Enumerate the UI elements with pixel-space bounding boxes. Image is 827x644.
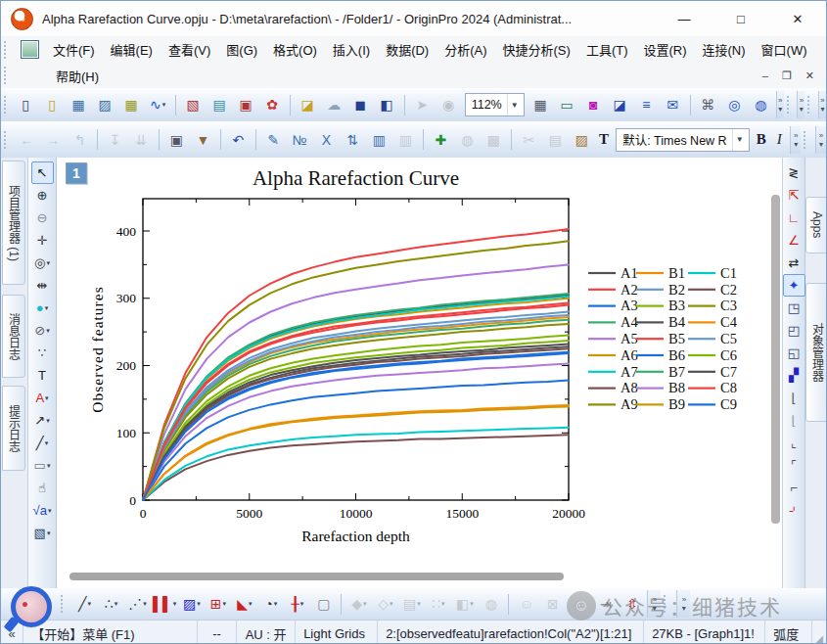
3d-bars-dropdown-icon[interactable]: ▾ (417, 600, 421, 608)
mask-region-tool-dropdown-icon[interactable]: ▾ (45, 304, 49, 312)
data-selector-tool-button[interactable]: ⇹ (31, 274, 54, 297)
line-symbol-plot-dropdown-icon[interactable]: ▾ (143, 600, 147, 608)
font-combobox[interactable]: 默认: Times New R ▼ (616, 128, 750, 152)
toolbar-grip[interactable] (61, 595, 68, 613)
zoom-in-tool-button[interactable]: ⊕ (31, 184, 54, 207)
annotation-tool-button[interactable]: A▾ (31, 387, 54, 409)
tab-messages-log[interactable]: 消息日志 (2, 295, 25, 378)
resize-layer-button[interactable]: ⇳ (620, 592, 644, 617)
child-restore-button[interactable]: ❐ (782, 69, 792, 82)
vertical-scrollbar[interactable] (771, 195, 780, 524)
horizontal-scrollbar[interactable] (69, 573, 564, 580)
rectangle-tool-dropdown-icon[interactable]: ▾ (47, 462, 51, 470)
column-plot-dropdown-icon[interactable]: ▾ (173, 600, 177, 608)
toolbar-grip[interactable] (4, 96, 9, 114)
save-project-button[interactable]: ◼ (348, 93, 373, 117)
bold-button[interactable]: B (753, 128, 770, 151)
layer-scale-6-button[interactable]: ⌏ (783, 499, 805, 522)
menu-item-s[interactable]: 快捷分析(S) (495, 36, 578, 63)
tab-project-explorer[interactable]: 项目管理器 (1) (2, 161, 25, 285)
merge-graphs-button[interactable]: ▞ (783, 364, 805, 387)
font-dropdown-icon[interactable]: ▼ (732, 129, 747, 151)
zoom-scale-button[interactable]: ≷ (783, 161, 805, 184)
send-graph-button[interactable]: ✉ (661, 93, 685, 117)
stock-plot-button[interactable]: ╂▾ (285, 592, 309, 617)
toolbar-grip[interactable] (664, 595, 670, 613)
merge-layers-button[interactable]: ◱ (783, 342, 805, 364)
undo-button[interactable]: ↶ (226, 127, 251, 152)
new-workbook-button[interactable]: ▦ (67, 93, 91, 117)
minimize-button[interactable]: — (656, 1, 712, 36)
child-minimize-button[interactable]: – (762, 69, 768, 82)
layer-scale-5-button[interactable]: ⌐ (783, 477, 805, 499)
insert-column-button[interactable]: ▥ (367, 127, 391, 152)
format-layers-button[interactable]: ≡ (634, 93, 659, 117)
duplicate-window-button[interactable]: ▣ (164, 127, 189, 152)
3d-wireframe-dropdown-icon[interactable]: ▾ (390, 600, 393, 608)
back-button[interactable]: ← (15, 127, 39, 152)
layer-scale-4-button[interactable]: ⌜ (783, 454, 805, 477)
template-library-dropdown-icon[interactable]: ▾ (197, 600, 201, 608)
tab-hints-log[interactable]: 提示日志 (2, 386, 25, 471)
zoom-level-combobox[interactable]: 112% ▼ (465, 93, 525, 116)
toolbar-overflow-chevron[interactable]: »▾ (818, 91, 826, 118)
project-explorer-button[interactable]: ⌘ (696, 93, 720, 117)
data-reader-tool-dropdown-icon[interactable]: ▾ (46, 259, 50, 267)
stock-plot-dropdown-icon[interactable]: ▾ (300, 600, 304, 608)
box-chart-button[interactable]: ⊞▾ (206, 592, 230, 617)
new-3d-graph-button[interactable]: ▣ (234, 93, 258, 117)
extract-to-graphs-button[interactable]: ◰ (783, 319, 805, 342)
new-notes-button[interactable]: ▤ (207, 93, 232, 117)
new-matrix-button[interactable]: ▦ (119, 93, 144, 117)
menu-item-f[interactable]: 文件(F) (45, 36, 103, 63)
start-menu-logo[interactable] (5, 586, 50, 631)
template-library-button[interactable]: ▨▾ (179, 592, 204, 617)
sort-column-button[interactable]: ⇅ (341, 127, 365, 152)
insert-excel-object-button[interactable]: ☺ (567, 592, 591, 617)
new-folder-button[interactable]: ▯ (40, 93, 65, 117)
3d-bars-button[interactable]: ▤▾ (399, 592, 424, 617)
close-button[interactable]: ✕ (769, 1, 826, 36)
annotation-tool-dropdown-icon[interactable]: ▾ (45, 394, 49, 402)
rectangle-tool-button[interactable]: ▭▾ (31, 454, 54, 477)
menu-item-e[interactable]: 编辑(E) (103, 36, 161, 63)
toolbar-overflow-chevron[interactable]: »▾ (790, 126, 801, 154)
toolbar-overflow-chevron[interactable]: »▾ (647, 590, 661, 618)
set-scale-y-button[interactable]: ∟ (783, 207, 805, 229)
arrow-tool-dropdown-icon[interactable]: ▾ (46, 417, 50, 425)
set-scale-x-button[interactable]: ∠ (783, 229, 805, 252)
rescale-axes-button[interactable]: ⇱ (783, 184, 805, 207)
child-window-icon[interactable] (21, 40, 39, 59)
mask-cell-button[interactable]: ◍ (455, 127, 480, 152)
area-plot-dropdown-icon[interactable]: ▾ (249, 600, 253, 608)
reimport-all-button[interactable]: ⇊ (129, 127, 154, 152)
extract-to-layers-button[interactable]: ◳ (783, 297, 805, 319)
child-close-button[interactable]: ✕ (805, 69, 814, 82)
equation-tool-button[interactable]: √a▾ (31, 499, 54, 522)
polar-plot-button[interactable]: ◔▾ (258, 592, 283, 617)
italic-button[interactable]: I (770, 128, 788, 151)
line-symbol-plot-button[interactable]: ⋰▾ (125, 592, 150, 617)
toolbar-grip[interactable] (4, 131, 10, 149)
zoom-curve-button[interactable]: ◍ (749, 93, 773, 117)
cut-button[interactable]: ✂ (517, 127, 541, 152)
format-text-icon[interactable]: T (595, 128, 613, 151)
copy-button[interactable]: ▤ (543, 127, 568, 152)
new-project-button[interactable]: ▯ (14, 93, 38, 117)
menu-item-t[interactable]: 工具(T) (578, 36, 636, 63)
menu-item-v[interactable]: 查看(V) (161, 36, 218, 63)
menu-item-o[interactable]: 格式(O) (265, 36, 325, 63)
run-labtalk-button[interactable]: ➤ (410, 93, 435, 117)
3d-surface-button[interactable]: ◆▾ (346, 592, 371, 617)
abort-script-button[interactable]: ◉ (436, 93, 461, 117)
contour-plot-button[interactable]: ◍ (479, 592, 503, 617)
pan-tool-button[interactable]: ☝ (31, 477, 54, 499)
new-image-window-button[interactable]: ◙ (581, 93, 606, 117)
enumerate-column-button[interactable]: № (288, 127, 312, 152)
menu-item-d[interactable]: 数据(D) (378, 36, 436, 63)
insert-graph-tool-button[interactable]: ▧▾ (31, 522, 54, 544)
draw-mask-tool-button[interactable]: ⊘▾ (31, 319, 54, 342)
arrow-tool-button[interactable]: ↗▾ (31, 409, 54, 432)
3d-scatter-dropdown-icon[interactable]: ▾ (441, 600, 445, 608)
cluster-tool-button[interactable]: ∵ (31, 342, 54, 364)
